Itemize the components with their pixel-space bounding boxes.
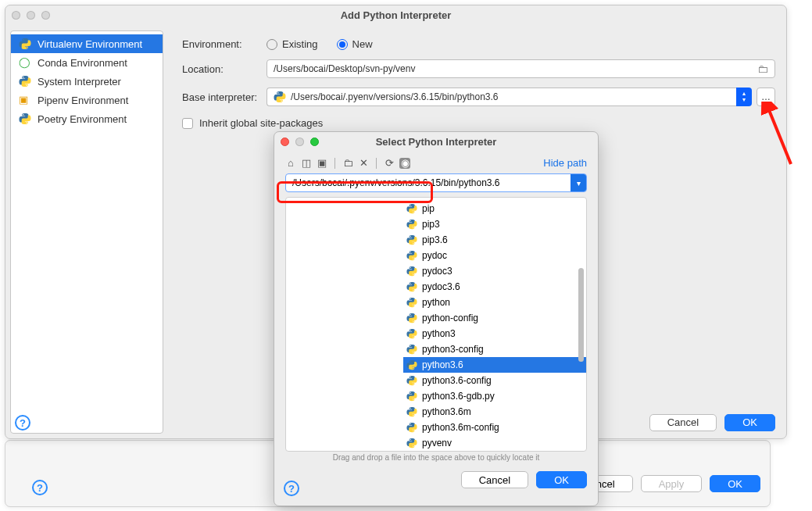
sidebar-item-pipenv[interactable]: ▣ Pipenv Environment <box>11 91 163 109</box>
project-icon[interactable]: ▣ <box>317 158 327 169</box>
sidebar-item-system[interactable]: System Interpreter <box>11 72 163 91</box>
environment-label: Environment: <box>182 38 266 50</box>
file-icon <box>406 438 417 448</box>
file-row[interactable]: pip3 <box>403 216 586 232</box>
browse-button[interactable]: … <box>757 88 775 106</box>
location-value: /Users/bocai/Desktop/svn-py/venv <box>274 63 415 74</box>
file-row[interactable]: python-config <box>403 310 586 326</box>
sidebar-item-conda[interactable]: ◯ Conda Environment <box>11 53 163 72</box>
existing-radio-label: Existing <box>282 38 318 50</box>
dialog-title: Select Python Interpreter <box>376 136 497 148</box>
file-row[interactable]: pydoc3 <box>403 263 586 279</box>
file-row[interactable]: python3.6m <box>403 404 586 420</box>
file-icon <box>406 328 417 339</box>
folder-icon[interactable]: 🗀 <box>757 63 768 75</box>
file-row[interactable]: pyvenv <box>403 435 586 451</box>
existing-radio[interactable]: Existing <box>266 38 318 50</box>
ok-button[interactable]: OK <box>710 475 760 492</box>
base-interpreter-value: /Users/bocai/.pyenv/versions/3.6.15/bin/… <box>291 91 499 102</box>
scrollbar[interactable] <box>578 268 584 362</box>
file-icon <box>406 297 417 308</box>
file-icon <box>406 359 417 370</box>
pipenv-icon: ▣ <box>19 94 31 106</box>
desktop-icon[interactable]: ◫ <box>301 158 312 169</box>
checkbox-box-icon <box>182 118 193 129</box>
file-row[interactable]: pydoc3.6 <box>403 279 586 295</box>
maximize-icon[interactable] <box>310 138 319 146</box>
maximize-icon <box>41 11 50 20</box>
file-icon <box>406 422 417 433</box>
combo-stepper-icon[interactable]: ▴▾ <box>736 88 752 106</box>
sidebar-item-poetry[interactable]: Poetry Environment <box>11 109 163 128</box>
interpreter-type-sidebar: Virtualenv Environment ◯ Conda Environme… <box>10 30 163 434</box>
close-icon[interactable] <box>281 138 289 146</box>
home-icon[interactable]: ⌂ <box>285 158 296 169</box>
drag-hint: Drag and drop a file into the space abov… <box>274 452 598 465</box>
show-hidden-icon[interactable]: ◉ <box>399 158 410 169</box>
inherit-label: Inherit global site-packages <box>199 117 323 129</box>
ok-button[interactable]: OK <box>724 414 775 431</box>
file-label: pydoc <box>422 250 447 261</box>
file-row[interactable]: python <box>403 295 586 310</box>
apply-button[interactable]: Apply <box>641 475 703 492</box>
new-radio[interactable]: New <box>337 38 373 50</box>
conda-icon: ◯ <box>19 56 31 69</box>
base-interpreter-label: Base interpreter: <box>182 91 266 103</box>
file-icon <box>406 266 417 277</box>
file-row[interactable]: python3.6-config <box>403 373 586 388</box>
refresh-icon[interactable]: ⟳ <box>384 158 395 169</box>
file-label: pip <box>422 203 435 214</box>
file-label: python3.6 <box>422 359 463 370</box>
file-row[interactable]: python3-config <box>403 341 586 357</box>
base-interpreter-combo[interactable]: /Users/bocai/.pyenv/versions/3.6.15/bin/… <box>266 88 752 106</box>
cancel-button[interactable]: Cancel <box>649 414 717 431</box>
file-label: pip3 <box>422 219 440 230</box>
file-chooser-toolbar: ⌂ ◫ ▣ 🗀 ✕ ⟳ ◉ Hide path <box>274 152 598 169</box>
minimize-icon <box>27 11 35 20</box>
help-icon[interactable]: ? <box>15 415 30 431</box>
file-label: pyvenv <box>422 438 452 448</box>
sidebar-item-label: Poetry Environment <box>38 113 127 125</box>
file-icon <box>406 234 417 245</box>
delete-icon[interactable]: ✕ <box>358 158 369 169</box>
file-icon <box>406 313 417 323</box>
file-row[interactable]: python3 <box>403 326 586 341</box>
cancel-button[interactable]: Cancel <box>461 471 528 488</box>
file-label: python3.6m <box>422 406 471 417</box>
file-label: pip3.6 <box>422 234 448 245</box>
sidebar-item-virtualenv[interactable]: Virtualenv Environment <box>11 34 163 53</box>
file-label: python3 <box>422 328 456 339</box>
file-label: python-config <box>422 313 478 323</box>
help-icon[interactable]: ? <box>284 481 299 496</box>
new-radio-label: New <box>352 38 373 50</box>
chevron-down-icon[interactable]: ▾ <box>571 174 586 191</box>
hide-path-link[interactable]: Hide path <box>543 157 587 169</box>
close-icon[interactable] <box>12 11 20 20</box>
file-label: python3.6-config <box>422 375 492 386</box>
file-icon <box>406 250 417 261</box>
file-row[interactable]: pydoc <box>403 248 586 263</box>
titlebar: Select Python Interpreter <box>274 132 598 152</box>
sidebar-item-label: Pipenv Environment <box>38 95 128 106</box>
file-icon <box>406 203 417 214</box>
location-input[interactable]: /Users/bocai/Desktop/svn-py/venv 🗀 <box>266 59 775 78</box>
file-row[interactable]: python3.6-gdb.py <box>403 388 586 404</box>
help-icon[interactable]: ? <box>32 480 48 495</box>
ok-button[interactable]: OK <box>536 471 587 488</box>
path-input[interactable]: /Users/bocai/.pyenv/versions/3.6.15/bin/… <box>285 173 587 192</box>
file-tree[interactable]: pippip3pip3.6pydocpydoc3pydoc3.6pythonpy… <box>285 197 587 452</box>
file-row[interactable]: pip3.6 <box>403 232 586 248</box>
file-label: python3-config <box>422 344 484 355</box>
new-folder-icon[interactable]: 🗀 <box>342 158 353 169</box>
file-label: python <box>422 297 450 308</box>
file-icon <box>406 344 417 355</box>
sidebar-item-label: Conda Environment <box>38 57 127 69</box>
file-row[interactable]: pip <box>403 201 586 216</box>
inherit-checkbox[interactable]: Inherit global site-packages <box>182 117 323 129</box>
file-label: python3.6-gdb.py <box>422 391 495 402</box>
file-row[interactable]: python3.6m-config <box>403 420 586 435</box>
path-value: /Users/bocai/.pyenv/versions/3.6.15/bin/… <box>292 177 500 188</box>
file-row[interactable]: python3.6 <box>403 357 586 373</box>
sidebar-item-label: System Interpreter <box>38 76 121 88</box>
file-icon <box>406 391 417 402</box>
